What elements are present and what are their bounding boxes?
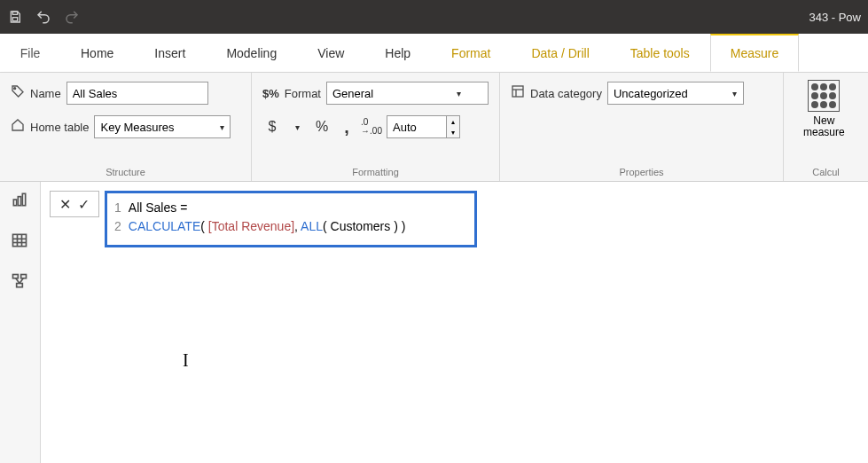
currency-button[interactable]: $ — [262, 117, 282, 137]
spin-up-icon[interactable]: ▴ — [447, 116, 459, 127]
tab-table-tools[interactable]: Table tools — [610, 34, 710, 72]
ribbon-tabs: File Home Insert Modeling View Help Form… — [0, 34, 868, 73]
model-view-icon[interactable] — [11, 272, 30, 292]
chevron-down-icon[interactable]: ▾ — [287, 117, 307, 137]
tag-icon — [11, 84, 25, 102]
thousands-button[interactable]: , — [337, 117, 356, 137]
decimal-spinner[interactable]: ▴▾ — [387, 115, 460, 138]
cancel-formula-icon[interactable]: ✕ — [59, 196, 71, 213]
tab-home[interactable]: Home — [60, 34, 134, 72]
name-label: Name — [30, 87, 61, 100]
svg-rect-15 — [20, 275, 26, 279]
home-icon — [11, 118, 25, 136]
svg-point-2 — [14, 88, 16, 90]
report-view-icon[interactable] — [11, 191, 30, 210]
svg-rect-14 — [12, 275, 18, 279]
dax-keyword-all: ALL — [301, 219, 323, 233]
svg-line-18 — [20, 279, 23, 284]
tab-modeling[interactable]: Modeling — [206, 34, 297, 72]
svg-rect-8 — [22, 193, 25, 205]
undo-icon[interactable] — [35, 9, 51, 25]
data-view-icon[interactable] — [11, 232, 30, 251]
new-measure-button[interactable]: New measure — [794, 80, 854, 138]
titlebar: 343 - Pow — [0, 0, 868, 34]
tab-file[interactable]: File — [0, 34, 60, 72]
percent-button[interactable]: % — [312, 117, 332, 137]
tab-insert[interactable]: Insert — [134, 34, 206, 72]
group-caption-calculations: Calcul — [794, 167, 857, 179]
chevron-down-icon[interactable]: ▾ — [451, 89, 467, 98]
group-caption-formatting: Formatting — [262, 167, 489, 179]
view-rail — [0, 182, 41, 463]
home-table-label: Home table — [30, 121, 89, 134]
ribbon-group-formatting: $% Format ▾ $ ▾ % , .0→.00 ▴▾ Formatting — [252, 73, 500, 181]
tab-measure-tools[interactable]: Measure — [710, 34, 799, 72]
svg-rect-7 — [18, 197, 20, 206]
ribbon-group-structure: Name Home table ▾ Structure — [0, 73, 252, 181]
tab-view[interactable]: View — [297, 34, 364, 72]
svg-rect-3 — [512, 86, 523, 97]
svg-rect-16 — [16, 284, 22, 287]
category-icon — [511, 84, 525, 102]
ribbon-group-calculations: New measure Calcul — [784, 73, 868, 181]
dax-keyword-calculate: CALCULATE — [129, 219, 200, 233]
data-category-select[interactable]: ▾ — [607, 82, 744, 105]
format-select[interactable]: ▾ — [326, 82, 489, 105]
formula-editor[interactable]: 1All Sales = 2CALCULATE( [Total Revenue]… — [105, 191, 477, 247]
data-category-label: Data category — [530, 87, 602, 100]
ribbon: Name Home table ▾ Structure $% Format ▾ — [0, 73, 868, 182]
new-measure-label: New measure — [803, 115, 845, 138]
svg-line-17 — [15, 279, 19, 284]
report-canvas[interactable]: Sh ✕ ✓ 1All Sales = 2CALCULATE( [Total R… — [41, 182, 868, 463]
chevron-down-icon[interactable]: ▾ — [727, 89, 743, 98]
name-input[interactable] — [66, 82, 208, 105]
formula-bar-actions: ✕ ✓ — [50, 191, 99, 217]
format-label: Format — [285, 87, 321, 100]
window-title: 343 - Pow — [809, 11, 861, 24]
svg-rect-9 — [12, 234, 26, 246]
tab-format[interactable]: Format — [431, 34, 511, 72]
text-cursor-icon: I — [183, 350, 189, 371]
format-prefix-icon: $% — [262, 87, 279, 100]
home-table-select[interactable]: ▾ — [94, 115, 231, 138]
decimals-button[interactable]: .0→.00 — [362, 117, 381, 137]
chevron-down-icon[interactable]: ▾ — [214, 122, 230, 132]
tab-data-drill[interactable]: Data / Drill — [511, 34, 609, 72]
commit-formula-icon[interactable]: ✓ — [78, 196, 90, 213]
svg-rect-6 — [13, 200, 16, 206]
svg-rect-1 — [12, 18, 17, 21]
redo-icon[interactable] — [64, 9, 80, 25]
spin-down-icon[interactable]: ▾ — [447, 127, 459, 137]
save-icon[interactable] — [7, 9, 23, 25]
calculator-icon — [808, 80, 840, 112]
svg-rect-0 — [12, 12, 17, 14]
dax-column-ref: [Total Revenue] — [208, 219, 294, 233]
formula-line-1: All Sales = — [129, 200, 191, 215]
ribbon-group-properties: Data category ▾ Properties — [500, 73, 784, 181]
group-caption-properties: Properties — [511, 167, 772, 179]
group-caption-structure: Structure — [11, 167, 240, 179]
tab-help[interactable]: Help — [364, 34, 431, 72]
